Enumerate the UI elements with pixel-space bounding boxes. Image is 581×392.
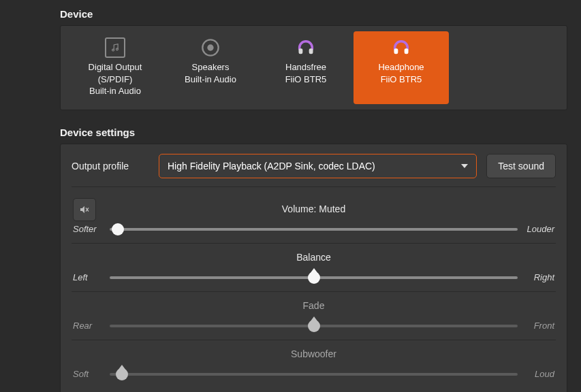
subwoofer-title: Subwoofer xyxy=(291,348,336,359)
output-profile-select[interactable]: High Fidelity Playback (A2DP Sink, codec… xyxy=(159,154,477,178)
fade-block: Fade Rear Front xyxy=(72,292,556,340)
subwoofer-block: Subwoofer Soft Loud xyxy=(72,340,556,388)
output-profile-label: Output profile xyxy=(72,161,146,172)
volume-louder-label: Louder xyxy=(524,224,554,234)
device-label: Handsfree xyxy=(262,61,349,74)
subwoofer-slider-knob xyxy=(116,368,128,380)
balance-block: Balance Left Right xyxy=(72,244,556,292)
volume-title: Volume: Muted xyxy=(282,203,345,214)
test-sound-label: Test sound xyxy=(498,161,544,172)
fade-rear-label: Rear xyxy=(73,321,103,331)
subwoofer-slider xyxy=(110,368,518,381)
balance-left-label: Left xyxy=(73,272,103,282)
device-label: Speakers xyxy=(167,61,254,74)
balance-title: Balance xyxy=(296,252,331,263)
device-sublabel: FiiO BTR5 xyxy=(262,74,349,86)
fade-slider xyxy=(110,319,518,333)
volume-block: Volume: Muted Softer Louder xyxy=(72,195,556,244)
svg-point-0 xyxy=(112,49,114,51)
fade-front-label: Front xyxy=(524,321,554,331)
fade-slider-knob xyxy=(308,320,320,332)
mute-button[interactable] xyxy=(73,198,96,221)
svg-rect-5 xyxy=(309,48,313,54)
device-headphone[interactable]: Headphone FiiO BTR5 xyxy=(354,31,449,104)
volume-softer-label: Softer xyxy=(73,224,103,234)
device-list: Digital Output (S/PDIF) Built-in Audio S… xyxy=(60,25,567,110)
device-sublabel: Built-in Audio xyxy=(167,74,254,86)
device-sublabel: FiiO BTR5 xyxy=(358,74,445,86)
device-digital-output[interactable]: Digital Output (S/PDIF) Built-in Audio xyxy=(67,31,163,104)
device-settings-panel: Output profile High Fidelity Playback (A… xyxy=(60,144,567,392)
chevron-down-icon xyxy=(461,164,468,168)
subwoofer-soft-label: Soft xyxy=(73,369,103,379)
subwoofer-loud-label: Loud xyxy=(524,369,554,379)
music-note-icon xyxy=(104,37,126,59)
balance-right-label: Right xyxy=(524,272,554,282)
output-profile-select-wrap: High Fidelity Playback (A2DP Sink, codec… xyxy=(159,154,556,178)
device-label: Digital Output (S/PDIF) xyxy=(72,61,159,85)
volume-slider-knob[interactable] xyxy=(112,223,124,235)
svg-point-3 xyxy=(207,44,213,50)
device-section-title: Device xyxy=(60,8,567,20)
device-settings-title: Device settings xyxy=(60,127,567,138)
svg-rect-6 xyxy=(394,48,398,54)
balance-slider[interactable] xyxy=(110,271,518,284)
headset-icon xyxy=(295,37,317,59)
device-sublabel: Built-in Audio xyxy=(72,85,159,97)
volume-slider[interactable] xyxy=(110,223,518,236)
output-profile-row: Output profile High Fidelity Playback (A… xyxy=(72,154,556,187)
test-sound-button[interactable]: Test sound xyxy=(486,154,556,178)
output-profile-value: High Fidelity Playback (A2DP Sink, codec… xyxy=(168,161,375,172)
device-handsfree[interactable]: Handsfree FiiO BTR5 xyxy=(258,31,354,104)
balance-slider-knob[interactable] xyxy=(308,272,320,284)
speaker-icon xyxy=(200,37,221,59)
svg-rect-4 xyxy=(299,48,303,54)
volume-muted-icon xyxy=(79,204,90,215)
svg-point-1 xyxy=(116,48,118,50)
fade-title: Fade xyxy=(303,300,325,311)
device-speakers[interactable]: Speakers Built-in Audio xyxy=(163,31,258,104)
headset-icon xyxy=(390,37,412,59)
svg-rect-7 xyxy=(405,48,409,54)
device-label: Headphone xyxy=(358,61,445,74)
